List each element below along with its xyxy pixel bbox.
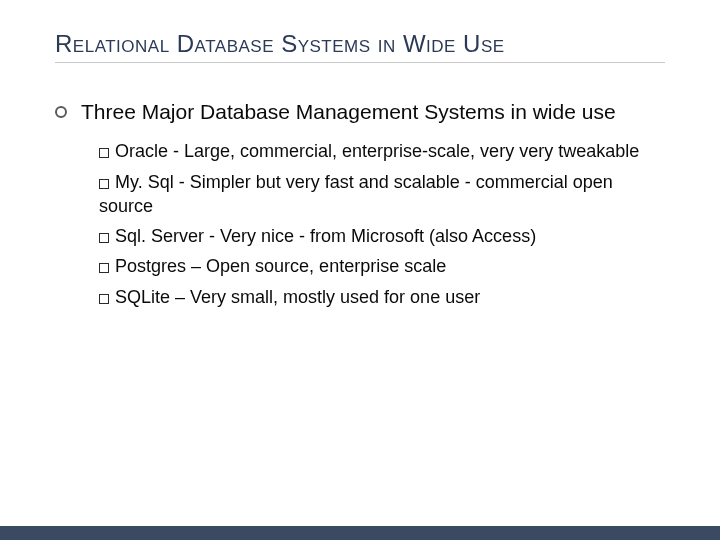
circle-bullet-icon (55, 106, 67, 118)
slide-title: Relational Database Systems in Wide Use (55, 30, 665, 63)
item-name: Sql. Server (115, 226, 204, 246)
item-desc: – Very small, mostly used for one user (170, 287, 480, 307)
level1-bullet: Three Major Database Management Systems … (55, 99, 665, 125)
level1-text: Three Major Database Management Systems … (81, 99, 665, 125)
square-bullet-icon (99, 233, 109, 243)
item-name: Postgres (115, 256, 186, 276)
list-item: Oracle - Large, commercial, enterprise-s… (99, 139, 665, 163)
item-name: SQLite (115, 287, 170, 307)
list-item: SQLite – Very small, mostly used for one… (99, 285, 665, 309)
item-name: Oracle (115, 141, 168, 161)
list-item: Postgres – Open source, enterprise scale (99, 254, 665, 278)
item-desc: - Simpler but very fast and scalable - c… (99, 172, 613, 216)
list-item: My. Sql - Simpler but very fast and scal… (99, 170, 665, 219)
square-bullet-icon (99, 263, 109, 273)
item-desc: – Open source, enterprise scale (186, 256, 446, 276)
square-bullet-icon (99, 148, 109, 158)
square-bullet-icon (99, 179, 109, 189)
item-desc: - Very nice - from Microsoft (also Acces… (204, 226, 536, 246)
slide: Relational Database Systems in Wide Use … (0, 0, 720, 540)
square-bullet-icon (99, 294, 109, 304)
list-item: Sql. Server - Very nice - from Microsoft… (99, 224, 665, 248)
item-desc: - Large, commercial, enterprise-scale, v… (168, 141, 639, 161)
item-name: My. Sql (115, 172, 174, 192)
footer-bar (0, 526, 720, 540)
level2-list: Oracle - Large, commercial, enterprise-s… (55, 139, 665, 309)
